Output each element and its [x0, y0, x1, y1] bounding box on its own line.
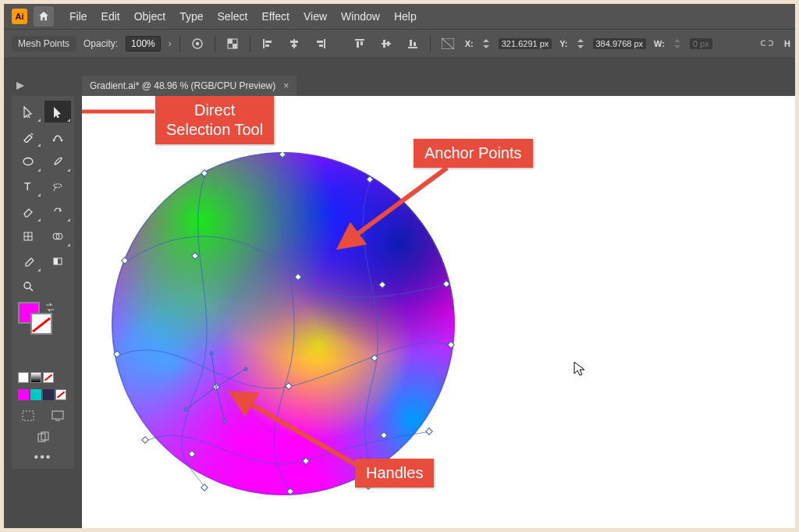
svg-rect-39 — [52, 411, 63, 419]
home-icon[interactable] — [34, 6, 54, 27]
svg-rect-14 — [355, 39, 364, 41]
y-label: Y: — [559, 39, 567, 48]
h-label: H — [784, 39, 790, 48]
eyedropper-tool[interactable] — [15, 250, 41, 272]
callout-anchor-points: Anchor Points — [414, 139, 533, 168]
color-mode-icon[interactable] — [18, 372, 29, 383]
menu-file[interactable]: File — [69, 10, 87, 23]
align-top-icon[interactable] — [350, 34, 369, 53]
svg-rect-17 — [382, 43, 391, 44]
separator — [250, 35, 250, 52]
stepper-icon[interactable] — [481, 34, 491, 53]
zoom-tool[interactable] — [15, 275, 41, 297]
svg-rect-4 — [233, 44, 237, 48]
curvature-tool[interactable] — [44, 126, 71, 147]
svg-point-36 — [24, 282, 30, 289]
arrow-direct-selection-icon — [82, 102, 160, 126]
selection-tool[interactable] — [15, 101, 41, 122]
panel-collapse-icon[interactable] — [12, 77, 29, 94]
align-left-icon[interactable] — [258, 34, 277, 53]
edit-artboard-icon[interactable] — [31, 428, 55, 447]
menu-window[interactable]: Window — [341, 10, 380, 23]
gradient-mode-icon[interactable] — [30, 372, 41, 383]
svg-rect-3 — [228, 39, 233, 44]
align-bottom-icon[interactable] — [403, 34, 422, 53]
menu-bar: Ai File Edit Object Type Select Effect V… — [4, 4, 795, 29]
menu-object[interactable]: Object — [134, 10, 165, 23]
chevron-right-icon[interactable]: › — [169, 38, 172, 49]
hand-tool[interactable] — [44, 275, 71, 297]
svg-rect-10 — [292, 44, 297, 47]
gradient-tool[interactable] — [44, 250, 71, 272]
opacity-label: Opacity: — [83, 38, 118, 49]
more-tools-icon[interactable]: ••• — [34, 450, 52, 464]
recolor-icon[interactable] — [188, 34, 207, 53]
svg-rect-18 — [383, 40, 385, 48]
link-icon[interactable] — [758, 34, 776, 53]
stepper-icon[interactable] — [576, 34, 585, 53]
document-tab[interactable]: Gradient.ai* @ 48.96 % (RGB/CPU Preview)… — [82, 76, 297, 96]
eraser-tool[interactable] — [15, 200, 41, 222]
mesh-tool[interactable] — [15, 225, 41, 247]
mesh-object[interactable] — [112, 152, 455, 495]
menu-help[interactable]: Help — [394, 10, 417, 23]
menu-edit[interactable]: Edit — [101, 10, 120, 23]
stroke-swatch[interactable] — [30, 313, 52, 335]
svg-point-25 — [53, 140, 55, 142]
swatch-none[interactable] — [55, 389, 66, 400]
lasso-tool[interactable] — [44, 176, 71, 197]
tools-panel: T — [12, 96, 74, 469]
menu-view[interactable]: View — [304, 10, 327, 23]
none-mode-icon[interactable] — [43, 372, 54, 383]
transparency-icon[interactable] — [223, 34, 242, 53]
svg-rect-5 — [263, 39, 265, 48]
artboard[interactable]: Direct Selection Tool Anchor Points Hand… — [82, 96, 795, 528]
svg-rect-62 — [201, 484, 208, 491]
control-mode-label: Mesh Points — [12, 36, 76, 51]
svg-rect-7 — [265, 44, 269, 47]
align-right-icon[interactable] — [311, 34, 330, 53]
swatch-2[interactable] — [30, 389, 41, 400]
menu-effect[interactable]: Effect — [261, 10, 289, 23]
swatch-row — [18, 389, 71, 400]
pen-tool[interactable] — [15, 126, 41, 147]
rotate-tool[interactable] — [44, 200, 71, 222]
opacity-input[interactable]: 100% — [126, 36, 161, 51]
swap-fill-stroke-icon[interactable] — [44, 302, 55, 313]
callout-label: Anchor Points — [424, 144, 522, 161]
screen-mode-icon[interactable] — [46, 406, 69, 425]
ellipse-tool[interactable] — [15, 151, 41, 172]
direct-selection-tool[interactable] — [44, 101, 71, 122]
swatch-1[interactable] — [18, 389, 29, 400]
shape-builder-tool[interactable] — [44, 225, 71, 247]
svg-point-1 — [196, 41, 200, 45]
transform-icon[interactable] — [439, 34, 457, 53]
paintbrush-tool[interactable] — [44, 151, 71, 172]
close-icon[interactable]: × — [283, 80, 289, 91]
w-value: 0 px — [690, 38, 712, 49]
x-label: X: — [465, 39, 474, 48]
fill-stroke-proxy[interactable] — [15, 300, 71, 383]
callout-label: Handles — [366, 464, 423, 481]
svg-rect-9 — [290, 41, 298, 43]
draw-mode-icon[interactable] — [16, 406, 40, 425]
menu-type[interactable]: Type — [179, 10, 203, 23]
canvas-area: Direct Selection Tool Anchor Points Hand… — [82, 96, 795, 528]
callout-label: Direct Selection Tool — [166, 101, 263, 138]
y-value[interactable]: 384.9768 px — [593, 38, 647, 49]
svg-rect-21 — [410, 40, 412, 46]
type-tool[interactable]: T — [15, 176, 41, 197]
svg-rect-35 — [54, 258, 58, 264]
x-value[interactable]: 321.6291 px — [499, 38, 552, 49]
stepper-icon[interactable] — [673, 34, 682, 53]
svg-rect-11 — [324, 39, 325, 48]
w-label: W: — [654, 39, 665, 48]
document-tab-title: Gradient.ai* @ 48.96 % (RGB/CPU Preview) — [90, 80, 275, 91]
swatch-3[interactable] — [43, 389, 54, 400]
align-hcenter-icon[interactable] — [285, 34, 304, 53]
svg-rect-12 — [317, 41, 323, 43]
menu-select[interactable]: Select — [218, 10, 248, 23]
align-vcenter-icon[interactable] — [377, 34, 396, 53]
svg-point-27 — [23, 158, 33, 165]
app-logo[interactable]: Ai — [12, 9, 27, 24]
